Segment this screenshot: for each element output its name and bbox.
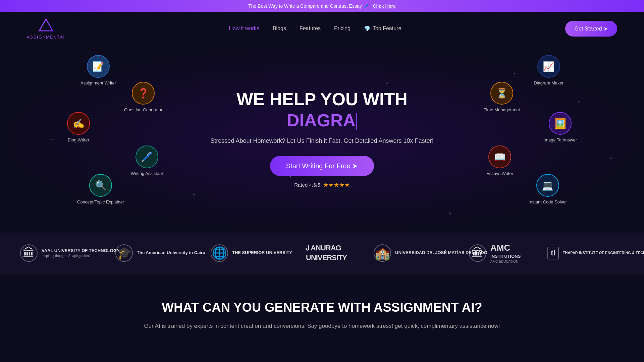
uni-logo-anurag: Ꭻ ANURAGUNIVERSITY [306, 243, 347, 262]
diagram-maker-label: Diagram Maker [534, 80, 564, 85]
uni-logo-jose: 🏫 UNIVERSIDAD DR. JOSÉ MATÍAS DELGADO [374, 244, 442, 262]
logo[interactable]: ASSIGNMENTAI [27, 17, 65, 40]
hero-content: WE HELP YOU WITH DIAGRA Stressed About H… [210, 89, 433, 189]
american-icon: 🎓 [115, 244, 133, 262]
what-title: WHAT CAN YOU GENERATE WITH ASSIGNMENT AI… [67, 300, 577, 315]
nav-link-pricing[interactable]: Pricing [334, 25, 351, 31]
feature-icon-blog-writer[interactable]: ✍️ Blog Writer [67, 112, 90, 142]
what-description: Our AI is trained by experts in content … [67, 321, 577, 331]
amc-icon: 🏛 [469, 244, 486, 262]
nav-item-features[interactable]: Features [300, 25, 321, 32]
typing-cursor [356, 113, 357, 130]
feature-icon-question-generator[interactable]: ❓ Question Generator [124, 82, 162, 112]
nav-item-how-it-works[interactable]: How it works [229, 25, 259, 32]
logos-inner: 🏛 VAAL UNIVERSITY OF TECHNOLOGY Inspirin… [0, 242, 644, 264]
uni-logo-american: 🎓 The American University in Cairo [115, 244, 184, 262]
vaal-text: VAAL UNIVERSITY OF TECHNOLOGY Inspiring … [42, 248, 89, 258]
anurag-text: Ꭻ ANURAGUNIVERSITY [306, 243, 347, 262]
jose-text: UNIVERSIDAD DR. JOSÉ MATÍAS DELGADO [395, 250, 442, 256]
logos-strip: 🏛 VAAL UNIVERSITY OF TECHNOLOGY Inspirin… [0, 233, 644, 274]
star-rating: ★★★★★ [323, 181, 350, 189]
instant-code-label: Instant Code Solver [529, 199, 567, 204]
uni-logo-thapar: ti THAPAR INSTITUTE OF ENGINEERING & TEC… [547, 247, 616, 259]
banner-text: The Best Way to Write a Compare and Cont… [248, 3, 369, 9]
feature-icon-instant-code[interactable]: 💻 Instant Code Solver [529, 174, 567, 204]
instant-code-icon: 💻 [536, 174, 559, 197]
nav-link-top-feature[interactable]: Top Feature [364, 25, 401, 32]
feature-icon-concept-explainer[interactable]: 🔍 Concept/Topic Explainer [77, 174, 124, 204]
logo-text: ASSIGNMENTAI [27, 35, 65, 40]
start-writing-button[interactable]: Start Writing For Free ➤ [270, 156, 374, 176]
essays-writer-label: Essays Writer [486, 171, 513, 176]
concept-explainer-label: Concept/Topic Explainer [77, 199, 124, 204]
superior-icon: 🌐 [211, 244, 228, 262]
rating-text: Rated 4.6/5 [294, 182, 320, 188]
image-to-answer-icon: 🖼️ [549, 112, 572, 135]
thapar-ti-icon: ti [547, 247, 558, 259]
rating-row: Rated 4.6/5 ★★★★★ [210, 181, 433, 189]
uni-logo-amc: 🏛 AMC INSTITUTIONS AMC EDUCATION [469, 242, 521, 264]
top-banner: The Best Way to Write a Compare and Cont… [0, 0, 644, 12]
assignment-writer-icon: 📝 [87, 55, 110, 78]
hero-title: WE HELP YOU WITH DIAGRA [210, 89, 433, 131]
jose-icon: 🏫 [374, 244, 391, 262]
vaal-icon: 🏛 [20, 244, 38, 262]
time-management-label: Time Management [484, 107, 520, 112]
nav-links: How it works Blogs Features Pricing Top … [229, 25, 401, 32]
blog-writer-icon: ✍️ [67, 112, 90, 135]
feature-icon-time-management[interactable]: ⏳ Time Management [484, 82, 520, 112]
assignment-writer-label: Assignment Writer [80, 80, 116, 85]
uni-logo-vaal: 🏛 VAAL UNIVERSITY OF TECHNOLOGY Inspirin… [20, 244, 89, 262]
feature-icon-diagram-maker[interactable]: 📈 Diagram Maker [534, 55, 564, 85]
nav-item-blogs[interactable]: Blogs [273, 25, 286, 32]
get-started-button[interactable]: Get Started ➤ [565, 21, 617, 37]
nav-link-blogs[interactable]: Blogs [273, 25, 286, 31]
diagram-maker-icon: 📈 [537, 55, 560, 78]
uni-logo-superior: 🌐 THE SUPERIOR UNIVERSITY [211, 244, 279, 262]
american-text: The American University in Cairo [137, 250, 184, 256]
thapar-text: THAPAR INSTITUTE OF ENGINEERING & TECHNO… [563, 251, 616, 255]
hero-section: 📝 Assignment Writer 📈 Diagram Maker ❓ Qu… [0, 45, 644, 233]
feature-icon-assignment-writer[interactable]: 📝 Assignment Writer [80, 55, 116, 85]
question-generator-icon: ❓ [132, 82, 155, 105]
blog-writer-label: Blog Writer [68, 137, 89, 142]
nav-link-features[interactable]: Features [300, 25, 321, 31]
banner-cta[interactable]: Click Here [373, 3, 395, 9]
hero-subtitle: Stressed About Homework? Let Us Finish i… [210, 136, 433, 146]
concept-explainer-icon: 🔍 [89, 174, 112, 197]
feature-icon-writing-assistant[interactable]: 🖊️ Writing Assistant [131, 145, 163, 176]
question-generator-label: Question Generator [124, 107, 162, 112]
writing-assistant-icon: 🖊️ [136, 145, 158, 168]
essays-writer-icon: 📖 [488, 145, 511, 168]
hero-typed-text: DIAGRA [287, 111, 356, 130]
what-section: WHAT CAN YOU GENERATE WITH ASSIGNMENT AI… [0, 274, 644, 351]
navbar: ASSIGNMENTAI How it works Blogs Features… [0, 12, 644, 45]
nav-item-pricing[interactable]: Pricing [334, 25, 351, 32]
writing-assistant-label: Writing Assistant [131, 171, 163, 176]
superior-text: THE SUPERIOR UNIVERSITY [232, 250, 279, 256]
feature-icon-image-to-answer[interactable]: 🖼️ Image To Answer [544, 112, 577, 142]
image-to-answer-label: Image To Answer [544, 137, 577, 142]
amc-text: AMC INSTITUTIONS AMC EDUCATION [490, 242, 521, 264]
time-management-icon: ⏳ [490, 82, 513, 105]
nav-item-top-feature[interactable]: Top Feature [364, 25, 401, 32]
nav-link-how-it-works[interactable]: How it works [229, 25, 259, 31]
feature-icon-essays-writer[interactable]: 📖 Essays Writer [486, 145, 513, 176]
